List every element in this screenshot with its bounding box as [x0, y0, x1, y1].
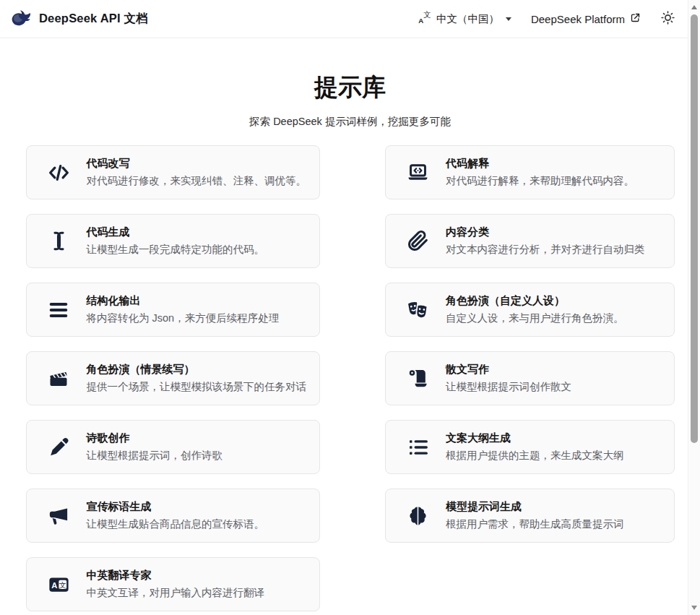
card-title: 内容分类	[446, 226, 645, 238]
card-description: 将内容转化为 Json，来方便后续程序处理	[87, 312, 280, 324]
scroll-down-button[interactable]	[691, 606, 697, 610]
theater-masks-icon	[405, 298, 431, 322]
card-title: 诗歌创作	[87, 432, 223, 444]
card-description: 中英文互译，对用户输入内容进行翻译	[87, 587, 265, 599]
card-description: 自定义人设，来与用户进行角色扮演。	[446, 312, 624, 324]
scrollbar-thumb[interactable]	[691, 14, 698, 443]
page-title: 提示库	[0, 72, 700, 104]
prompt-card[interactable]: 代码生成 让模型生成一段完成特定功能的代码。	[26, 214, 321, 268]
prompt-card[interactable]: 诗歌创作 让模型根据提示词，创作诗歌	[26, 420, 321, 474]
svg-text:A: A	[51, 580, 57, 589]
brain-icon	[405, 504, 431, 528]
language-label: 中文（中国）	[436, 12, 499, 26]
card-description: 提供一个场景，让模型模拟该场景下的任务对话	[87, 381, 307, 393]
prompt-card[interactable]: 模型提示词生成 根据用户需求，帮助生成高质量提示词	[385, 489, 675, 543]
brand[interactable]: DeepSeek API 文档	[10, 9, 148, 30]
card-title: 结构化输出	[87, 295, 280, 307]
card-description: 让模型生成一段完成特定功能的代码。	[87, 244, 265, 256]
card-title: 中英翻译专家	[87, 569, 265, 582]
prompt-card[interactable]: 角色扮演（自定义人设） 自定义人设，来与用户进行角色扮演。	[385, 283, 675, 337]
card-description: 让模型根据提示词创作散文	[446, 381, 571, 393]
text-cursor-icon	[46, 230, 72, 252]
card-title: 模型提示词生成	[446, 501, 624, 513]
card-title: 代码解释	[446, 158, 634, 170]
card-description: 根据用户需求，帮助生成高质量提示词	[446, 518, 624, 530]
scroll-icon	[405, 367, 431, 390]
deepseek-whale-logo-icon	[10, 9, 33, 30]
card-description: 根据用户提供的主题，来生成文案大纲	[446, 450, 624, 462]
svg-text:文: 文	[423, 10, 431, 19]
clapperboard-icon	[46, 368, 72, 390]
external-link-icon	[630, 12, 641, 25]
code-icon	[46, 162, 72, 184]
prompt-card[interactable]: 内容分类 对文本内容进行分析，并对齐进行自动归类	[385, 214, 675, 268]
hero: 提示库 探索 DeepSeek 提示词样例，挖掘更多可能	[0, 72, 700, 129]
megaphone-icon	[46, 504, 72, 527]
brand-title: DeepSeek API 文档	[39, 11, 148, 27]
translate-icon: A 文	[46, 574, 72, 595]
card-title: 代码生成	[87, 226, 265, 238]
page-subtitle: 探索 DeepSeek 提示词样例，挖掘更多可能	[0, 115, 700, 129]
theme-toggle[interactable]	[660, 10, 675, 28]
prompt-card[interactable]: 散文写作 让模型根据提示词创作散文	[385, 351, 675, 405]
prompt-card[interactable]: 文案大纲生成 根据用户提供的主题，来生成文案大纲	[385, 420, 675, 474]
chevron-down-icon	[506, 17, 511, 21]
pencil-icon	[46, 436, 72, 459]
prompt-card[interactable]: 角色扮演（情景续写） 提供一个场景，让模型模拟该场景下的任务对话	[26, 351, 321, 405]
prompt-card[interactable]: 代码解释 对代码进行解释，来帮助理解代码内容。	[385, 145, 675, 199]
card-title: 宣传标语生成	[87, 501, 265, 513]
scroll-up-button[interactable]	[691, 5, 697, 9]
translate-nav-icon: 文 A	[418, 10, 433, 27]
card-title: 角色扮演（自定义人设）	[446, 295, 624, 307]
vertical-scrollbar[interactable]	[688, 0, 700, 615]
platform-link[interactable]: DeepSeek Platform	[531, 12, 641, 25]
prompt-card[interactable]: 宣传标语生成 让模型生成贴合商品信息的宣传标语。	[26, 489, 321, 543]
platform-label: DeepSeek Platform	[531, 13, 625, 25]
language-selector[interactable]: 文 A 中文（中国）	[418, 10, 511, 27]
card-description: 对代码进行修改，来实现纠错、注释、调优等。	[87, 175, 307, 187]
card-title: 散文写作	[446, 364, 571, 376]
card-title: 代码改写	[87, 158, 307, 170]
menu-bars-icon	[46, 299, 72, 321]
svg-text:文: 文	[59, 580, 66, 588]
card-description: 对代码进行解释，来帮助理解代码内容。	[446, 175, 634, 187]
card-title: 角色扮演（情景续写）	[87, 364, 307, 376]
card-description: 让模型根据提示词，创作诗歌	[87, 450, 223, 462]
navbar-right: 文 A 中文（中国） DeepSeek Platform	[418, 10, 675, 28]
prompt-card[interactable]: 代码改写 对代码进行修改，来实现纠错、注释、调优等。	[26, 145, 321, 199]
card-description: 让模型生成贴合商品信息的宣传标语。	[87, 518, 265, 530]
prompt-card[interactable]: A 文 中英翻译专家 中英文互译，对用户输入内容进行翻译	[26, 557, 321, 611]
card-description: 对文本内容进行分析，并对齐进行自动归类	[446, 244, 645, 256]
list-icon	[405, 436, 431, 458]
prompt-card[interactable]: 结构化输出 将内容转化为 Json，来方便后续程序处理	[26, 283, 321, 337]
navbar: DeepSeek API 文档 文 A 中文（中国） DeepSeek Plat…	[0, 0, 700, 38]
prompt-card-grid: 代码改写 对代码进行修改，来实现纠错、注释、调优等。 代码解释 对代码进行解释，…	[26, 145, 675, 611]
laptop-code-icon	[405, 161, 431, 184]
sun-icon	[660, 10, 675, 28]
svg-text:A: A	[418, 17, 423, 25]
card-title: 文案大纲生成	[446, 432, 624, 444]
paperclip-icon	[405, 230, 431, 252]
